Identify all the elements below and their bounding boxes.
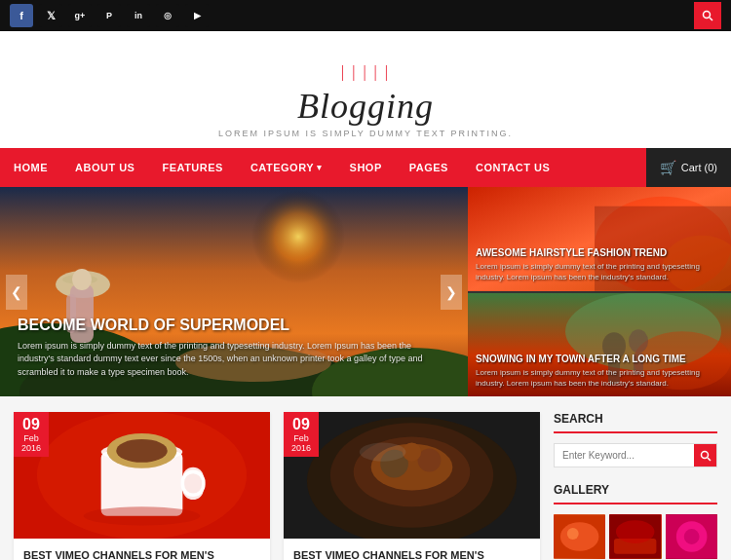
svg-point-22 <box>629 329 648 353</box>
svg-point-53 <box>683 529 699 544</box>
category-arrow: ▾ <box>317 163 323 172</box>
sidebar-search-section: SEARCH <box>554 412 717 467</box>
svg-point-50 <box>616 520 655 543</box>
nav-items: HOME ABOUT US FEATURES CATEGORY ▾ SHOP P… <box>0 148 646 187</box>
top-bar: f 𝕏 g+ P in ◎ ▶ <box>0 0 731 31</box>
post-title-1: BEST VIMEO CHANNELS FOR MEN'S FASHION & … <box>23 548 260 560</box>
svg-point-40 <box>417 449 441 472</box>
topbar-search-button[interactable] <box>694 2 721 29</box>
search-button[interactable] <box>694 444 716 467</box>
hero-section: ❮ ❯ BECOME WORLD OF SUPERMODEL Lorem ips… <box>0 187 731 396</box>
post-card-2: 09 Feb 2016 BEST VIMEO CHANNELS FOR MEN'… <box>284 412 540 560</box>
hero-side-text-1: Lorem ipsum is simply dummy text of the … <box>476 261 723 282</box>
main-nav: HOME ABOUT US FEATURES CATEGORY ▾ SHOP P… <box>0 148 731 187</box>
post-date-2: 09 Feb 2016 <box>284 412 319 457</box>
logo-rays: | | | | | <box>341 63 390 81</box>
hero-side-item-1[interactable]: AWESOME HAIRSTYLE FASHION TREND Lorem ip… <box>468 187 731 293</box>
nav-contact[interactable]: CONTACT US <box>462 148 563 187</box>
search-box <box>554 443 717 467</box>
gallery-item-1[interactable] <box>554 514 605 559</box>
sidebar: SEARCH GALLERY <box>554 412 717 560</box>
svg-point-12 <box>72 269 92 290</box>
posts-grid: 09 Feb 2016 BEST VIMEO CHANNELS FOR MEN'… <box>14 412 540 560</box>
facebook-icon[interactable]: f <box>10 4 33 27</box>
nav-about[interactable]: ABOUT US <box>61 148 148 187</box>
sidebar-gallery-section: GALLERY <box>554 483 717 560</box>
hero-sidebar: AWESOME HAIRSTYLE FASHION TREND Lorem ip… <box>468 187 731 396</box>
svg-line-1 <box>710 18 712 20</box>
hero-side-caption-2: SNOWING IN MY TOWN AFTER A LONG TIME Lor… <box>476 354 723 389</box>
gallery-item-2[interactable] <box>609 514 661 559</box>
twitter-icon[interactable]: 𝕏 <box>39 4 62 27</box>
gallery-grid <box>554 514 717 560</box>
cart-button[interactable]: 🛒 Cart (0) <box>646 148 731 187</box>
logo: | | | | | Blogging <box>0 45 731 127</box>
hero-main: ❮ ❯ BECOME WORLD OF SUPERMODEL Lorem ips… <box>0 187 468 396</box>
hero-side-item-2[interactable]: SNOWING IN MY TOWN AFTER A LONG TIME Lor… <box>468 293 731 397</box>
hero-side-title-1: AWESOME HAIRSTYLE FASHION TREND <box>476 247 723 258</box>
hero-side-caption-1: AWESOME HAIRSTYLE FASHION TREND Lorem ip… <box>476 247 723 282</box>
post-title-2: BEST VIMEO CHANNELS FOR MEN'S FASHION & … <box>293 548 530 560</box>
nav-shop[interactable]: SHOP <box>336 148 396 187</box>
hero-caption: BECOME WORLD OF SUPERMODEL Lorem ipsum i… <box>18 317 439 380</box>
svg-point-47 <box>567 528 579 540</box>
nav-features[interactable]: FEATURES <box>148 148 236 187</box>
hero-side-text-2: Lorem ipsum is simply dummy text of the … <box>476 367 723 389</box>
hero-side-title-2: SNOWING IN MY TOWN AFTER A LONG TIME <box>476 354 723 364</box>
svg-point-46 <box>560 522 599 551</box>
svg-point-43 <box>701 451 708 458</box>
post-body-1: BEST VIMEO CHANNELS FOR MEN'S FASHION & … <box>14 539 270 560</box>
svg-point-30 <box>116 439 168 463</box>
svg-point-33 <box>84 506 201 525</box>
search-section-title: SEARCH <box>554 412 717 433</box>
linkedin-icon[interactable]: in <box>127 4 150 27</box>
youtube-icon[interactable]: ▶ <box>185 4 209 27</box>
post-img-2: 09 Feb 2016 <box>284 412 540 539</box>
instagram-icon[interactable]: ◎ <box>156 4 179 27</box>
google-plus-icon[interactable]: g+ <box>68 4 92 27</box>
svg-line-44 <box>708 458 711 461</box>
post-date-1: 09 Feb 2016 <box>14 412 49 457</box>
hero-title: BECOME WORLD OF SUPERMODEL <box>18 317 439 334</box>
social-icons: f 𝕏 g+ P in ◎ ▶ <box>10 4 209 27</box>
post-body-2: BEST VIMEO CHANNELS FOR MEN'S FASHION & … <box>284 539 540 560</box>
header-tagline: LOREM IPSUM IS SIMPLY DUMMY TEXT PRINTIN… <box>0 129 731 138</box>
svg-point-0 <box>704 12 711 19</box>
nav-home[interactable]: HOME <box>0 148 61 187</box>
cart-icon: 🛒 <box>660 160 676 175</box>
main-content: 09 Feb 2016 BEST VIMEO CHANNELS FOR MEN'… <box>0 396 731 560</box>
nav-category[interactable]: CATEGORY ▾ <box>237 148 336 187</box>
pinterest-icon[interactable]: P <box>97 4 121 27</box>
post-img-1: 09 Feb 2016 <box>14 412 270 539</box>
hero-prev-button[interactable]: ❮ <box>6 275 27 310</box>
header: | | | | | Blogging LOREM IPSUM IS SIMPLY… <box>0 31 731 148</box>
svg-rect-32 <box>182 471 204 495</box>
nav-pages[interactable]: PAGES <box>396 148 462 187</box>
gallery-section-title: GALLERY <box>554 483 717 504</box>
hero-text: Lorem ipsum is simply dummy text of the … <box>18 340 439 380</box>
svg-point-42 <box>360 443 406 462</box>
post-card-1: 09 Feb 2016 BEST VIMEO CHANNELS FOR MEN'… <box>14 412 270 560</box>
search-input[interactable] <box>555 444 694 467</box>
gallery-item-3[interactable] <box>666 514 717 559</box>
hero-next-button[interactable]: ❯ <box>441 275 462 310</box>
